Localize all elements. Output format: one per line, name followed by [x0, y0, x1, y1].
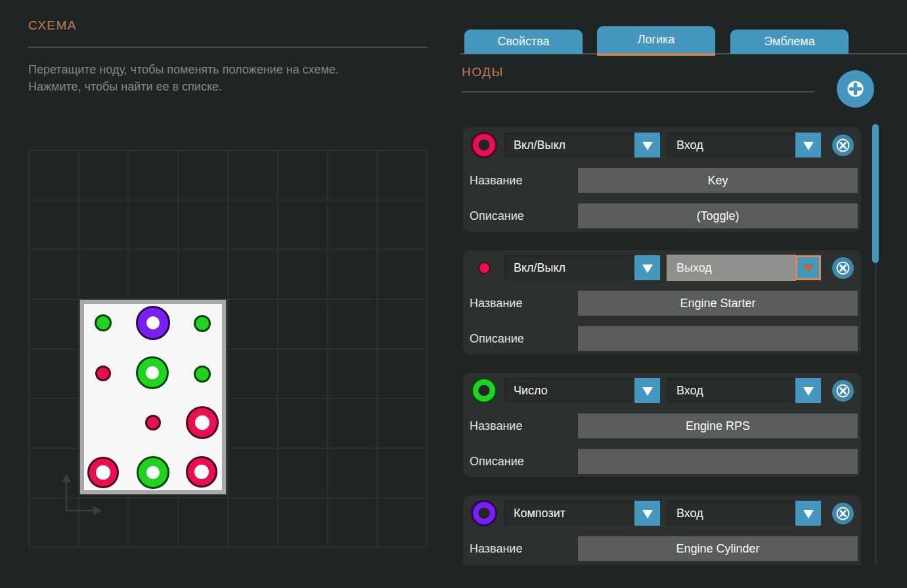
- node-direction-dropdown-button[interactable]: [795, 255, 821, 280]
- node-type-dropdown-button[interactable]: [634, 501, 660, 526]
- node-type-dropdown-button[interactable]: [634, 255, 660, 280]
- node-name-input[interactable]: [578, 536, 858, 561]
- node-direction-value[interactable]: Вход: [667, 501, 795, 526]
- chevron-down-icon: [642, 264, 653, 273]
- node-direction-dropdown[interactable]: Вход: [667, 133, 821, 158]
- description-label: Описание: [470, 449, 524, 474]
- node-direction-value[interactable]: Выход: [667, 255, 795, 280]
- node-direction-dropdown[interactable]: Выход: [667, 255, 821, 280]
- tab-logic[interactable]: Логика: [597, 26, 715, 56]
- node-direction-dropdown[interactable]: Вход: [667, 378, 821, 403]
- chevron-down-icon: [642, 510, 653, 518]
- node-type-dropdown[interactable]: Композит: [504, 501, 660, 526]
- node-type-value[interactable]: Число: [504, 378, 634, 403]
- node-name-input[interactable]: [578, 168, 858, 193]
- node-card: Композит Вход Название Описание: [463, 495, 861, 565]
- tab-logic-label: Логика: [638, 33, 675, 47]
- remove-node-button[interactable]: [832, 503, 854, 524]
- node-type-icon: [471, 500, 497, 526]
- tab-properties-label: Свойства: [497, 35, 549, 49]
- name-label: Название: [470, 168, 522, 193]
- node-type-dropdown[interactable]: Вкл/Выкл: [504, 255, 660, 280]
- tab-emblem[interactable]: Эмблема: [730, 30, 849, 54]
- node-type-value[interactable]: Вкл/Выкл: [504, 255, 634, 280]
- node-direction-value[interactable]: Вход: [667, 378, 795, 403]
- node-description-input[interactable]: [578, 449, 858, 474]
- node-type-value[interactable]: Вкл/Выкл: [504, 133, 634, 158]
- close-circle-icon: [832, 257, 854, 279]
- close-circle-icon: [832, 380, 854, 402]
- node-card: Число Вход Название Описание: [463, 373, 861, 477]
- node-name-input[interactable]: [578, 291, 858, 316]
- remove-node-button[interactable]: [832, 135, 854, 156]
- scrollbar-thumb[interactable]: [872, 124, 879, 263]
- node-direction-dropdown[interactable]: Вход: [667, 501, 821, 526]
- close-circle-icon: [832, 135, 854, 156]
- chevron-down-icon: [803, 510, 814, 518]
- description-label: Описание: [470, 203, 524, 228]
- node-direction-dropdown-button[interactable]: [795, 501, 821, 526]
- name-label: Название: [470, 413, 522, 438]
- node-type-dropdown[interactable]: Вкл/Выкл: [504, 133, 660, 158]
- node-direction-value[interactable]: Вход: [667, 133, 795, 158]
- node-card: Вкл/Выкл Вход Название Описание: [463, 127, 861, 232]
- name-label: Название: [470, 536, 522, 561]
- node-description-input[interactable]: [578, 203, 858, 228]
- node-type-dropdown-button[interactable]: [634, 378, 660, 403]
- remove-node-button[interactable]: [832, 380, 854, 402]
- logic-editor-screen: СХЕМА Перетащите ноду, чтобы поменять по…: [0, 0, 907, 588]
- chevron-down-icon: [803, 387, 814, 396]
- node-icon-hole: [479, 508, 490, 519]
- node-icon-hole: [479, 385, 490, 396]
- nodes-list: Вкл/Выкл Вход Название Описание Вкл/Выкл…: [0, 0, 907, 565]
- close-circle-icon: [832, 503, 854, 524]
- node-icon-hole: [479, 140, 490, 151]
- chevron-down-icon: [642, 142, 653, 150]
- node-type-value[interactable]: Композит: [504, 501, 634, 526]
- tab-emblem-label: Эмблема: [764, 35, 814, 49]
- node-direction-dropdown-button[interactable]: [795, 133, 821, 158]
- chevron-down-icon: [803, 142, 814, 150]
- node-card: Вкл/Выкл Выход Название Описание: [463, 250, 861, 354]
- chevron-down-icon: [642, 387, 653, 396]
- remove-node-button[interactable]: [832, 257, 854, 279]
- node-type-dropdown-button[interactable]: [634, 133, 660, 158]
- node-description-input[interactable]: [578, 326, 858, 351]
- node-type-icon: [471, 132, 497, 158]
- node-name-input[interactable]: [578, 413, 858, 438]
- chevron-down-icon: [803, 264, 814, 273]
- description-label: Описание: [470, 326, 524, 351]
- node-type-icon: [478, 262, 491, 274]
- node-type-dropdown[interactable]: Число: [504, 378, 660, 403]
- tab-properties[interactable]: Свойства: [464, 30, 583, 54]
- node-type-icon: [471, 377, 497, 404]
- name-label: Название: [470, 291, 522, 316]
- node-direction-dropdown-button[interactable]: [795, 378, 821, 403]
